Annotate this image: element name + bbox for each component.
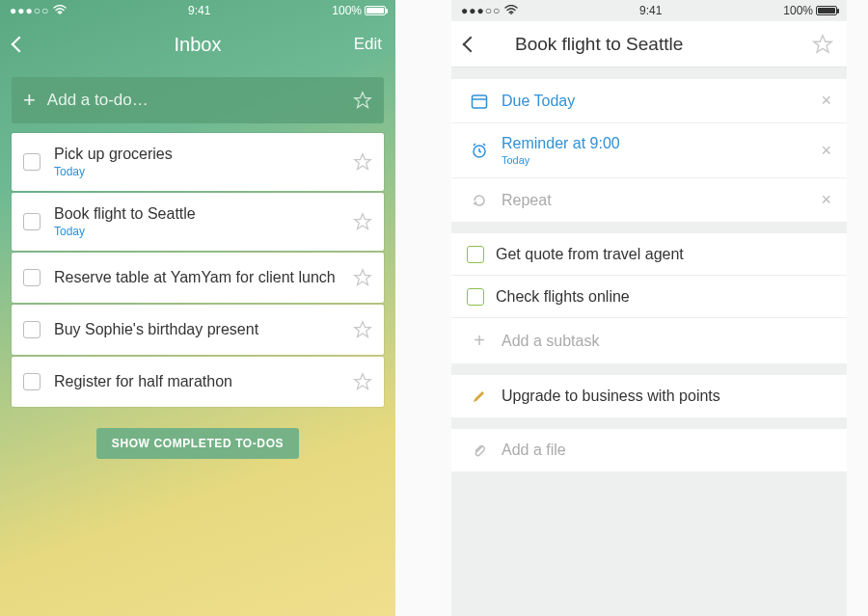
back-button[interactable] (465, 39, 507, 50)
back-button[interactable] (14, 39, 56, 50)
battery-indicator: 100% (332, 4, 386, 17)
add-subtask-row[interactable]: + Add a subtask (451, 318, 847, 363)
star-icon[interactable] (353, 212, 372, 231)
add-subtask-label: Add a subtask (502, 333, 831, 350)
add-todo-row[interactable]: + Add a to-do… (12, 77, 384, 123)
pencil-icon (467, 388, 492, 404)
checkbox[interactable] (23, 153, 41, 171)
status-bar: ●●●○○ 9:41 100% (0, 0, 395, 21)
subtask-row[interactable]: Get quote from travel agent (451, 233, 847, 276)
todo-title: Pick up groceries (54, 146, 353, 163)
plus-icon: + (23, 88, 36, 113)
status-time: 9:41 (188, 4, 210, 17)
show-completed-button[interactable]: SHOW COMPLETED TO-DOS (96, 428, 299, 459)
add-file-label: Add a file (502, 442, 831, 459)
svg-point-7 (510, 13, 512, 14)
note-row[interactable]: Upgrade to business with points (451, 375, 847, 417)
calendar-icon (467, 93, 492, 110)
status-bar: ●●●○○ 9:41 100% (451, 0, 847, 21)
chevron-left-icon (12, 37, 28, 53)
repeat-icon (467, 192, 492, 209)
checkbox[interactable] (23, 269, 41, 286)
star-button[interactable] (791, 34, 833, 55)
subtask-checkbox[interactable] (467, 288, 484, 306)
star-icon (812, 34, 833, 55)
svg-marker-6 (355, 374, 371, 389)
todo-title: Buy Sophie's birthday present (54, 321, 353, 338)
star-icon[interactable] (353, 91, 372, 110)
todo-title: Reserve table at YamYam for client lunch (54, 269, 353, 286)
svg-marker-3 (355, 214, 371, 229)
star-icon[interactable] (353, 320, 372, 339)
todo-item[interactable]: Pick up groceries Today (12, 133, 384, 191)
todo-subtitle: Today (54, 165, 353, 178)
plus-icon: + (467, 330, 492, 352)
repeat-label: Repeat (502, 192, 821, 209)
inbox-screen: ●●●○○ 9:41 100% Inbox Edit + Add a to-do… (0, 0, 395, 616)
page-title: Inbox (56, 34, 339, 56)
navbar: Inbox Edit (0, 21, 395, 67)
subtask-label: Check flights online (496, 288, 831, 306)
wifi-icon (53, 4, 67, 17)
navbar: Book flight to Seattle (451, 21, 847, 67)
status-time: 9:41 (639, 4, 662, 17)
checkbox[interactable] (23, 373, 41, 390)
svg-marker-5 (355, 322, 371, 337)
signal-dots-icon: ●●●○○ (461, 4, 501, 17)
checkbox[interactable] (23, 321, 41, 338)
clear-due-button[interactable]: × (821, 91, 831, 111)
page-title: Book flight to Seattle (507, 34, 791, 55)
todo-item[interactable]: Register for half marathon (12, 357, 384, 407)
chevron-left-icon (463, 36, 479, 52)
svg-marker-8 (814, 35, 831, 51)
star-icon[interactable] (353, 372, 372, 391)
todo-title: Register for half marathon (54, 373, 353, 390)
reminder-row[interactable]: Reminder at 9:00 Today × (451, 123, 847, 178)
subtask-checkbox[interactable] (467, 246, 484, 263)
battery-indicator: 100% (783, 4, 837, 17)
svg-point-0 (59, 13, 61, 14)
repeat-row[interactable]: Repeat × (451, 178, 847, 222)
add-file-row[interactable]: Add a file (451, 429, 847, 471)
todo-item[interactable]: Book flight to Seattle Today (12, 193, 384, 251)
note-text: Upgrade to business with points (502, 388, 831, 405)
checkbox[interactable] (23, 213, 41, 230)
subtask-label: Get quote from travel agent (496, 246, 831, 263)
wifi-icon (504, 4, 518, 17)
svg-marker-1 (355, 93, 371, 108)
clear-repeat-button[interactable]: × (821, 190, 831, 210)
due-date-row[interactable]: Due Today × (451, 79, 847, 123)
todo-item[interactable]: Reserve table at YamYam for client lunch (12, 253, 384, 303)
alarm-icon (467, 142, 492, 159)
reminder-label: Reminder at 9:00 Today (502, 135, 821, 166)
signal-dots-icon: ●●●○○ (10, 4, 49, 17)
clear-reminder-button[interactable]: × (821, 141, 831, 161)
todo-subtitle: Today (54, 225, 353, 238)
star-icon[interactable] (353, 152, 372, 172)
svg-rect-9 (473, 95, 487, 108)
due-label: Due Today (502, 93, 821, 110)
subtask-row[interactable]: Check flights online (451, 276, 847, 318)
star-icon[interactable] (353, 268, 372, 287)
paperclip-icon (467, 442, 492, 458)
todo-item[interactable]: Buy Sophie's birthday present (12, 305, 384, 355)
svg-marker-4 (355, 270, 371, 285)
edit-button[interactable]: Edit (339, 35, 382, 54)
add-todo-placeholder: Add a to-do… (47, 91, 353, 110)
todo-title: Book flight to Seattle (54, 205, 353, 223)
detail-screen: ●●●○○ 9:41 100% Book flight to Seattle (451, 0, 847, 616)
svg-marker-2 (355, 154, 371, 170)
